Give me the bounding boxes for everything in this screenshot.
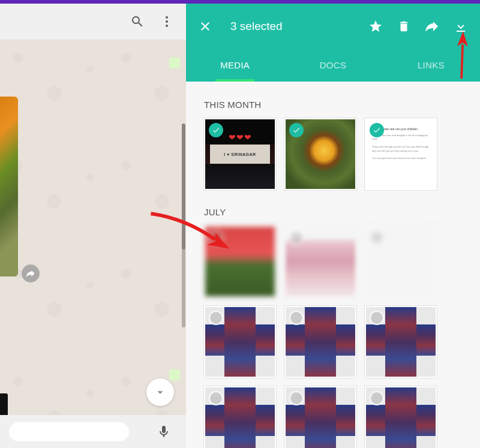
- selection-check-icon[interactable]: [289, 230, 304, 245]
- mic-icon[interactable]: [157, 425, 171, 439]
- tab-media[interactable]: MEDIA: [186, 49, 284, 82]
- delete-icon[interactable]: [397, 20, 410, 33]
- thumbnail-grid: [204, 225, 462, 448]
- chat-body: [0, 40, 186, 448]
- selection-check-icon[interactable]: [209, 123, 223, 137]
- selection-toolbar: 3 selected: [186, 4, 480, 49]
- media-thumbnail[interactable]: [284, 225, 356, 297]
- message-bubble[interactable]: [169, 369, 180, 380]
- section-header-july: JULY: [204, 207, 462, 217]
- close-icon[interactable]: [198, 19, 212, 34]
- svg-point-0: [166, 16, 168, 19]
- message-input-bar: [0, 415, 186, 448]
- selection-check-icon[interactable]: [289, 123, 304, 137]
- media-thumbnail[interactable]: [365, 386, 437, 448]
- media-thumbnail[interactable]: [284, 118, 356, 190]
- thumbnail-content: They are the sons and daughters of Life'…: [372, 134, 430, 161]
- thumbnail-content: I ♥ SRINAGAR: [210, 145, 270, 164]
- photo-message[interactable]: [0, 97, 18, 276]
- selection-check-icon[interactable]: [370, 391, 384, 405]
- thumbnail-grid: ❤❤❤ I ♥ SRINAGAR Your children are not y…: [204, 118, 462, 190]
- forward-icon[interactable]: [22, 264, 40, 282]
- media-thumbnail[interactable]: [284, 306, 356, 378]
- forward-icon[interactable]: [425, 19, 439, 34]
- media-thumbnail[interactable]: ❤❤❤ I ♥ SRINAGAR: [204, 118, 276, 190]
- section-header-this-month: THIS MONTH: [204, 100, 462, 110]
- selection-check-icon[interactable]: [209, 391, 223, 405]
- message-input[interactable]: [9, 422, 129, 441]
- svg-point-2: [166, 25, 168, 27]
- chat-scrollbar-thumb[interactable]: [182, 124, 185, 249]
- media-thumbnail[interactable]: [204, 225, 276, 297]
- media-thumbnail[interactable]: [204, 306, 276, 378]
- media-gallery[interactable]: THIS MONTH ❤❤❤ I ♥ SRINAGAR Your childre…: [186, 82, 480, 448]
- media-thumbnail[interactable]: [365, 306, 437, 378]
- selection-check-icon[interactable]: [289, 311, 304, 325]
- media-thumbnail[interactable]: Your children are not your children They…: [365, 118, 437, 190]
- menu-icon[interactable]: [160, 14, 174, 29]
- selection-check-icon[interactable]: [209, 230, 223, 245]
- download-icon[interactable]: [454, 19, 468, 34]
- media-tabs: MEDIA DOCS LINKS: [186, 49, 480, 82]
- tab-docs[interactable]: DOCS: [284, 49, 382, 82]
- message-bubble[interactable]: [169, 58, 180, 68]
- media-thumbnail[interactable]: [204, 386, 276, 448]
- search-icon[interactable]: [130, 14, 145, 29]
- selection-check-icon[interactable]: [370, 123, 384, 137]
- selection-count: 3 selected: [230, 20, 354, 33]
- star-icon[interactable]: [368, 19, 383, 34]
- media-thumbnail[interactable]: [284, 386, 356, 448]
- selection-check-icon[interactable]: [289, 391, 304, 405]
- chat-header: [0, 4, 186, 40]
- app-container: 3 selected MEDIA DOCS LINKS: [0, 4, 480, 448]
- selection-check-icon[interactable]: [209, 311, 223, 325]
- svg-point-1: [166, 20, 168, 23]
- media-thumbnail[interactable]: [365, 225, 437, 297]
- selection-check-icon[interactable]: [370, 230, 384, 245]
- chat-panel: [0, 4, 186, 448]
- scroll-down-button[interactable]: [146, 378, 174, 406]
- selection-check-icon[interactable]: [370, 311, 384, 325]
- media-header: 3 selected MEDIA DOCS LINKS: [186, 4, 480, 82]
- media-panel: 3 selected MEDIA DOCS LINKS: [186, 4, 480, 448]
- tab-links[interactable]: LINKS: [382, 49, 480, 82]
